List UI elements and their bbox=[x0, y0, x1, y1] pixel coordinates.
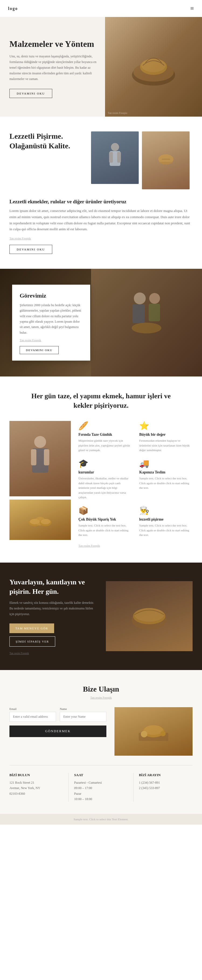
feature-icon-4: 📦 bbox=[78, 506, 132, 515]
roll-left: Yuvarlayın, kanıtlayın ve pişirin. Her g… bbox=[10, 578, 96, 655]
roll-title: Yuvarlayın, kanıtlayın ve pişirin. Her g… bbox=[10, 578, 96, 596]
feature-item-5: 👨‍🍳 lezzetli pişirme Sample text. Click … bbox=[139, 506, 192, 538]
mission-title: Görevimiz bbox=[20, 292, 83, 299]
mission-card: Görevimiz Şirketimiz 2000 yılında bu hed… bbox=[12, 285, 90, 361]
roll-description: Ekmek ve sandviç söz konusu olduğunda, t… bbox=[10, 600, 96, 617]
feature-desc-3: Sample text. Click to select the text bo… bbox=[139, 476, 192, 490]
svg-rect-18 bbox=[31, 449, 37, 465]
address-line3: 02103-8360 bbox=[10, 791, 63, 796]
contact-address-col: BİZİ BULUN 121 Rock Street 21 Avenue, Ne… bbox=[10, 773, 69, 802]
baker-large-image bbox=[10, 421, 71, 496]
mission-cta-button[interactable]: DEVAMINI OKU bbox=[20, 346, 59, 354]
svg-rect-6 bbox=[109, 152, 113, 163]
address-title: BİZİ BULUN bbox=[10, 773, 63, 777]
feature-desc-4: Sample text. Click to select the text bo… bbox=[78, 523, 132, 538]
roll-right-image bbox=[106, 581, 193, 651]
feature-icon-0: 🥖 bbox=[78, 421, 132, 430]
section2-body: Lezzetli ekmekler, rulolar ve diğer ürün… bbox=[10, 199, 192, 254]
feature-icon-5: 👨‍🍳 bbox=[139, 506, 192, 515]
feature-title-1: Büyük bir değer bbox=[139, 433, 192, 437]
roll-tan-link[interactable]: Tan resim Freepik bbox=[10, 652, 29, 655]
email-input[interactable] bbox=[10, 712, 56, 722]
feature-desc-0: Müşterimize günlük taze yiyecek için piş… bbox=[78, 438, 132, 453]
feature-title-5: lezzetli pişirme bbox=[139, 517, 192, 522]
email-field-group: Email bbox=[10, 707, 56, 722]
features-left-images bbox=[10, 421, 71, 548]
svg-point-23 bbox=[30, 519, 40, 524]
couple-figure bbox=[119, 285, 173, 360]
name-field-group: Name bbox=[60, 707, 107, 722]
menu-icon[interactable]: ≡ bbox=[190, 5, 194, 12]
contact-hours-col: SAAT Pazartesi - Cumartesi 09:00 – 17:00… bbox=[69, 773, 133, 802]
section2-cta-button[interactable]: DEVAMINI OKU bbox=[10, 245, 52, 254]
baker-large-figure bbox=[24, 434, 56, 483]
svg-point-4 bbox=[111, 143, 119, 151]
bread-loaf-illustration bbox=[128, 600, 171, 632]
svg-rect-7 bbox=[117, 152, 121, 163]
submit-button[interactable]: GÖNDERMEK bbox=[10, 725, 107, 737]
svg-point-10 bbox=[134, 293, 146, 304]
feature-desc-1: Fırınımızdan erkenden başlayın ve ürünle… bbox=[139, 438, 192, 453]
feature-icon-3: 🚚 bbox=[139, 459, 192, 468]
features-content: 🥖 Fırında Taze Günlük Müşterimize günlük… bbox=[10, 421, 192, 548]
hours-line4: 10:00 – 18:00 bbox=[74, 796, 128, 802]
order-now-button[interactable]: ŞİMDİ SİPARİŞ VER bbox=[10, 636, 55, 647]
svg-rect-19 bbox=[44, 449, 49, 465]
feature-title-4: Çok Büyük Sipariş Yok bbox=[78, 517, 132, 522]
features-tan-resim[interactable]: Tan resim Freepik bbox=[78, 544, 100, 547]
contact-form-row: Email Name bbox=[10, 707, 107, 722]
feature-desc-2: Üniversiteler, ilkokullar, oteller ve ok… bbox=[78, 476, 132, 500]
couple-image-right bbox=[91, 269, 202, 377]
hero-left: Malzemeler ve Yöntem Unu, su, deniz tuzu… bbox=[0, 17, 105, 117]
phone2: 2 (345) 533-897 bbox=[139, 785, 192, 791]
tan-resim-hero: Tan resim Freepio bbox=[108, 111, 127, 115]
section2-heading-col: Lezzetli Pişirme. Olağanüstü Kalite. bbox=[10, 131, 83, 189]
contact-info-row: BİZİ BULUN 121 Rock Street 21 Avenue, Ne… bbox=[10, 765, 192, 802]
svg-point-24 bbox=[41, 519, 50, 524]
features-tan-link: Tan resim Freepik bbox=[78, 543, 192, 548]
hero-cta-button[interactable]: DEVAMINI OKU bbox=[10, 89, 52, 98]
features-grid: 🥖 Fırında Taze Günlük Müşterimize günlük… bbox=[78, 421, 192, 538]
svg-rect-14 bbox=[149, 304, 160, 321]
feature-desc-5: Sample text. Click to select the text bo… bbox=[139, 523, 192, 538]
hours-line2: 09:00 – 17:00 bbox=[74, 785, 128, 791]
mission-description: Şirketimiz 2000 yılında bu hedefle açık:… bbox=[20, 302, 83, 335]
feature-title-0: Fırında Taze Günlük bbox=[78, 433, 132, 437]
hero-description: Unu, su, deniz tuzu ve mayanın laşanışlı… bbox=[10, 54, 97, 82]
navbar: logo ≡ bbox=[0, 0, 202, 17]
name-input[interactable] bbox=[60, 712, 107, 722]
section2-body-text: Lorem ipsum dolor sit amet, consectetur … bbox=[10, 208, 192, 232]
bread-hand-image bbox=[142, 131, 189, 189]
feature-title-2: kurumlar bbox=[78, 470, 132, 474]
pastries-figure bbox=[27, 510, 54, 529]
hours-line3: Pazar bbox=[74, 791, 128, 796]
contact-title: Bize Ulaşın bbox=[10, 685, 192, 694]
svg-point-16 bbox=[34, 436, 46, 448]
email-label: Email bbox=[10, 707, 56, 710]
hours-title: SAAT bbox=[74, 773, 128, 777]
section2-read-more-link[interactable]: Tan resim Freepik bbox=[10, 237, 192, 240]
section2-top: Lezzetli Pişirme. Olağanüstü Kalite. bbox=[10, 131, 192, 189]
contact-right-image bbox=[115, 707, 192, 756]
mission-section: Görevimiz Şirketimiz 2000 yılında bu hed… bbox=[0, 269, 202, 377]
mission-tan-link[interactable]: Tan resim Freepik bbox=[20, 339, 83, 342]
address-line1: 121 Rock Street 21 bbox=[10, 780, 63, 785]
phone-title: BİZİ ARAYIN bbox=[139, 773, 192, 777]
contact-tan-link[interactable]: Tan resim Freepik bbox=[90, 696, 112, 699]
hero-image: Tan resim Freepio bbox=[105, 17, 202, 117]
quality-section: Lezzetli Pişirme. Olağanüstü Kalite. bbox=[0, 117, 202, 269]
contact-tan: Tan resim Freepik bbox=[10, 695, 192, 700]
footer-text: Sample text. Click to select this Text E… bbox=[8, 818, 194, 821]
bread-hand-figure bbox=[155, 150, 177, 171]
features-right: 🥖 Fırında Taze Günlük Müşterimize günlük… bbox=[78, 421, 192, 548]
section2-title: Lezzetli Pişirme. Olağanüstü Kalite. bbox=[10, 131, 83, 151]
roll-cta-group: TAM MENÜYÜ GÖR ŞİMDİ SİPARİŞ VER bbox=[10, 624, 96, 647]
hero-title: Malzemeler ve Yöntem bbox=[10, 38, 97, 49]
bread-basket-illustration bbox=[127, 40, 180, 94]
full-menu-button[interactable]: TAM MENÜYÜ GÖR bbox=[10, 624, 54, 633]
feature-item-1: ⭐ Büyük bir değer Fırınımızdan erkenden … bbox=[139, 421, 192, 453]
feature-icon-2: 🎓 bbox=[78, 459, 132, 468]
phone1: 1 (234) 567-891 bbox=[139, 780, 192, 785]
section2-subtitle: Lezzetli ekmekler, rulolar ve diğer ürün… bbox=[10, 199, 192, 205]
feature-icon-1: ⭐ bbox=[139, 421, 192, 430]
